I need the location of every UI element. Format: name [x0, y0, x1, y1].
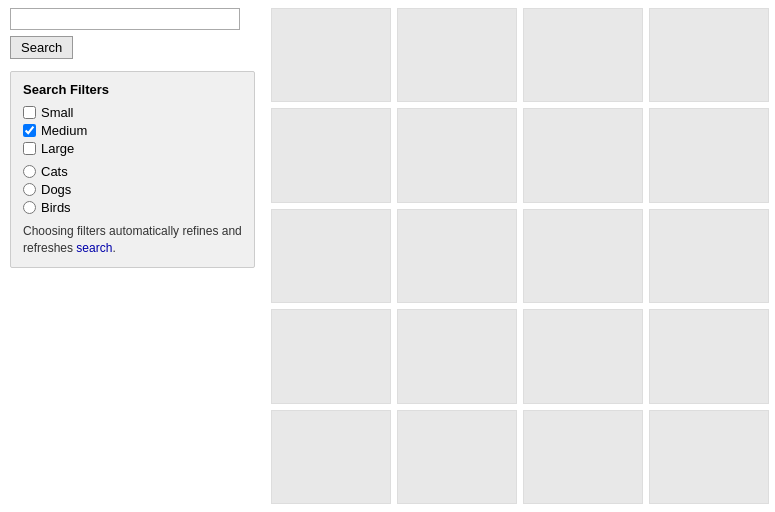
checkbox-large[interactable] [23, 142, 36, 155]
filter-hint: Choosing filters automatically refines a… [23, 223, 242, 257]
filters-panel: Search Filters Small Medium Large Cats [10, 71, 255, 268]
filter-item-small[interactable]: Small [23, 105, 242, 120]
label-cats: Cats [41, 164, 68, 179]
grid-cell[interactable] [271, 410, 391, 504]
grid-cell[interactable] [649, 108, 769, 202]
label-small: Small [41, 105, 74, 120]
sidebar: Search Search Filters Small Medium Large… [0, 0, 265, 512]
filter-item-medium[interactable]: Medium [23, 123, 242, 138]
grid-cell[interactable] [397, 108, 517, 202]
grid-cell[interactable] [397, 309, 517, 403]
filter-hint-link[interactable]: search [76, 241, 112, 255]
grid-cell[interactable] [271, 309, 391, 403]
size-filter-group: Small Medium Large [23, 105, 242, 156]
grid-cell[interactable] [523, 309, 643, 403]
grid-cell[interactable] [523, 8, 643, 102]
grid-cell[interactable] [397, 8, 517, 102]
filter-item-birds[interactable]: Birds [23, 200, 242, 215]
search-button[interactable]: Search [10, 36, 73, 59]
grid-cell[interactable] [649, 8, 769, 102]
label-dogs: Dogs [41, 182, 71, 197]
search-input[interactable] [10, 8, 240, 30]
grid-cell[interactable] [271, 8, 391, 102]
checkbox-medium[interactable] [23, 124, 36, 137]
grid-cell[interactable] [271, 108, 391, 202]
radio-birds[interactable] [23, 201, 36, 214]
filters-title: Search Filters [23, 82, 242, 97]
filter-item-cats[interactable]: Cats [23, 164, 242, 179]
label-medium: Medium [41, 123, 87, 138]
grid-cell[interactable] [271, 209, 391, 303]
grid-cell[interactable] [523, 209, 643, 303]
results-grid [265, 0, 775, 512]
grid-cell[interactable] [523, 410, 643, 504]
grid-cell[interactable] [649, 410, 769, 504]
grid-cell[interactable] [649, 309, 769, 403]
grid-cell[interactable] [649, 209, 769, 303]
filter-item-dogs[interactable]: Dogs [23, 182, 242, 197]
radio-dogs[interactable] [23, 183, 36, 196]
filter-item-large[interactable]: Large [23, 141, 242, 156]
grid-cell[interactable] [523, 108, 643, 202]
checkbox-small[interactable] [23, 106, 36, 119]
radio-cats[interactable] [23, 165, 36, 178]
animal-filter-group: Cats Dogs Birds [23, 164, 242, 215]
label-large: Large [41, 141, 74, 156]
label-birds: Birds [41, 200, 71, 215]
grid-cell[interactable] [397, 410, 517, 504]
grid-cell[interactable] [397, 209, 517, 303]
